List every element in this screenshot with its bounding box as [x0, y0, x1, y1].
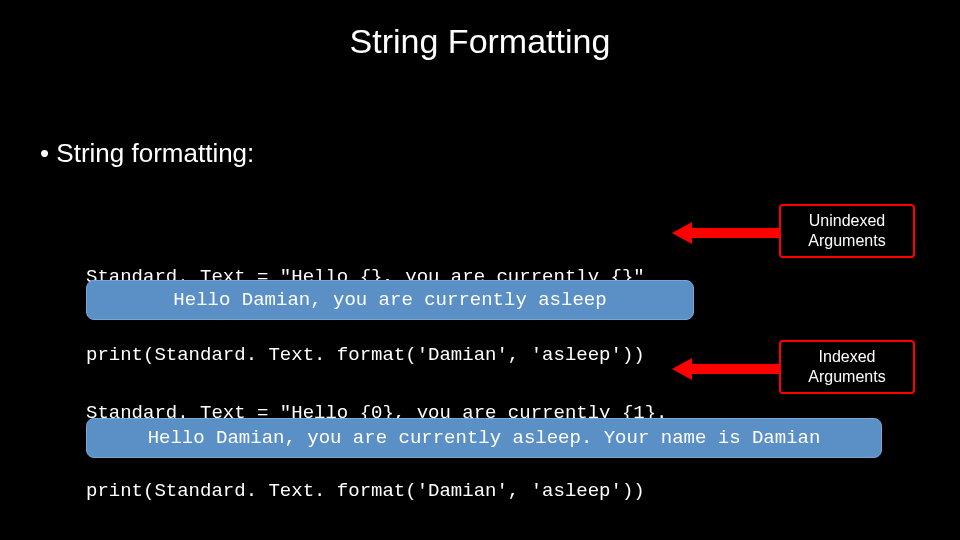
label-text: Indexed Arguments: [781, 347, 913, 387]
svg-marker-1: [672, 358, 780, 380]
label-indexed-arguments: Indexed Arguments: [779, 340, 915, 394]
label-unindexed-arguments: Unindexed Arguments: [779, 204, 915, 258]
arrow-icon: [672, 222, 780, 244]
arrow-icon: [672, 358, 780, 380]
slide-title: String Formatting: [0, 22, 960, 61]
output-text: Hello Damian, you are currently asleep. …: [148, 427, 821, 449]
slide: String Formatting String formatting: Sta…: [0, 0, 960, 540]
output-box-unindexed: Hello Damian, you are currently asleep: [86, 280, 694, 320]
code-line: print(Standard. Text. format('Damian', '…: [86, 478, 668, 504]
bullet-text: String formatting:: [40, 138, 254, 169]
output-box-indexed: Hello Damian, you are currently asleep. …: [86, 418, 882, 458]
output-text: Hello Damian, you are currently asleep: [173, 289, 606, 311]
svg-marker-0: [672, 222, 780, 244]
label-text: Unindexed Arguments: [781, 211, 913, 251]
